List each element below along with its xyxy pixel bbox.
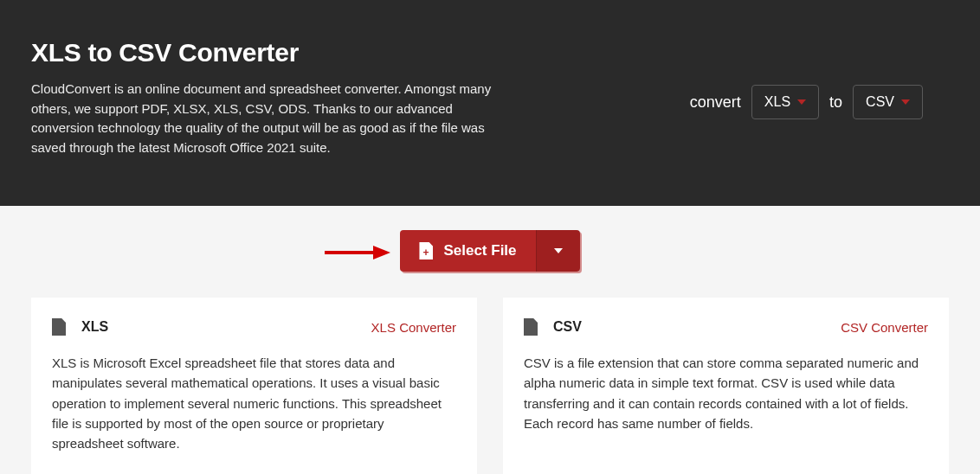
select-file-label: Select File <box>443 242 516 259</box>
file-icon <box>52 318 66 336</box>
from-format-select[interactable]: XLS <box>751 85 819 119</box>
card-body: XLS is Microsoft Excel spreadsheet file … <box>52 353 456 453</box>
chevron-down-icon <box>901 99 910 105</box>
hero-section: XLS to CSV Converter CloudConvert is an … <box>0 0 980 206</box>
card-format-label: XLS <box>81 319 108 335</box>
to-format-select[interactable]: CSV <box>853 85 923 119</box>
select-file-group: Select File <box>400 230 579 272</box>
to-format-value: CSV <box>866 94 894 110</box>
to-label: to <box>829 93 842 112</box>
format-card-csv: CSV CSV Converter CSV is a file extensio… <box>503 298 949 474</box>
card-header: CSV CSV Converter <box>524 318 928 336</box>
convert-label: convert <box>690 93 741 112</box>
select-file-dropdown-button[interactable] <box>536 230 580 272</box>
chevron-down-icon <box>554 248 563 253</box>
svg-marker-1 <box>373 246 390 259</box>
card-title-wrap: CSV <box>524 318 582 336</box>
annotation-arrow <box>323 244 392 261</box>
xls-converter-link[interactable]: XLS Converter <box>371 320 456 335</box>
format-cards: XLS XLS Converter XLS is Microsoft Excel… <box>0 298 980 474</box>
file-add-icon <box>419 242 433 259</box>
convert-controls: convert XLS to CSV <box>690 85 923 119</box>
select-row: Select File <box>0 206 980 298</box>
card-body: CSV is a file extension that can store c… <box>524 353 928 433</box>
from-format-value: XLS <box>764 94 790 110</box>
format-card-xls: XLS XLS Converter XLS is Microsoft Excel… <box>31 298 477 474</box>
card-format-label: CSV <box>553 319 582 335</box>
card-header: XLS XLS Converter <box>52 318 456 336</box>
page-title: XLS to CSV Converter <box>31 38 516 67</box>
file-icon <box>524 318 538 336</box>
csv-converter-link[interactable]: CSV Converter <box>841 320 928 335</box>
page-description: CloudConvert is an online document and s… <box>31 80 516 157</box>
select-file-button[interactable]: Select File <box>400 230 535 272</box>
chevron-down-icon <box>797 99 806 105</box>
hero-left: XLS to CSV Converter CloudConvert is an … <box>31 38 516 157</box>
card-title-wrap: XLS <box>52 318 108 336</box>
